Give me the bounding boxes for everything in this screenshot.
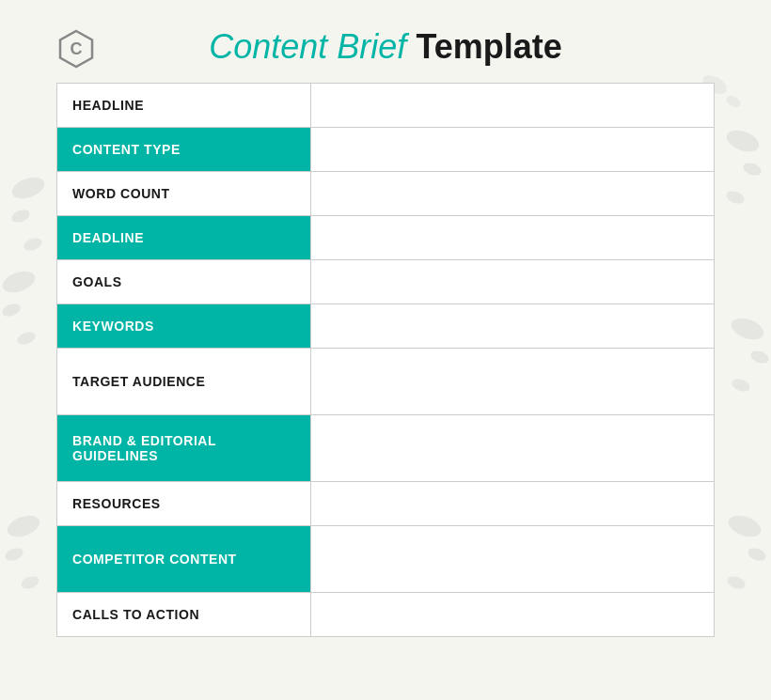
cell-value-3[interactable] xyxy=(311,216,714,259)
cell-value-2[interactable] xyxy=(311,172,714,215)
table-row: HEADLINE xyxy=(57,84,714,128)
cell-label-keywords: KEYWORDS xyxy=(57,304,311,348)
cell-label-resources: RESOURCES xyxy=(57,482,311,525)
cell-label-deadline: DEADLINE xyxy=(57,216,311,259)
table-row: KEYWORDS xyxy=(57,304,714,349)
table-row: WORD COUNT xyxy=(57,172,714,216)
page-title: Content Brief Template xyxy=(209,28,562,66)
table-row: CALLS TO ACTION xyxy=(57,593,714,636)
logo-icon: C xyxy=(56,29,96,69)
cell-label-goals: GOALS xyxy=(57,260,311,303)
table-row: GOALS xyxy=(57,260,714,304)
content-brief-table: HEADLINECONTENT TYPEWORD COUNTDEADLINEGO… xyxy=(56,83,715,637)
cell-label-calls-to-action: CALLS TO ACTION xyxy=(57,593,311,636)
cell-label-brand-editorial-guidelines: BRAND & EDITORIAL GUIDELINES xyxy=(57,415,311,481)
table-row: DEADLINE xyxy=(57,216,714,260)
cell-label-target-audience: TARGET AUDIENCE xyxy=(57,349,311,414)
logo-wrapper: C xyxy=(56,29,96,72)
cell-value-7[interactable] xyxy=(311,415,714,481)
table-row: COMPETITOR CONTENT xyxy=(57,526,714,593)
cell-label-word-count: WORD COUNT xyxy=(57,172,311,215)
table-row: RESOURCES xyxy=(57,482,714,526)
cell-label-headline: HEADLINE xyxy=(57,84,311,127)
cell-value-0[interactable] xyxy=(311,84,714,127)
cell-value-8[interactable] xyxy=(311,482,714,525)
table-row: BRAND & EDITORIAL GUIDELINES xyxy=(57,415,714,482)
table-row: CONTENT TYPE xyxy=(57,128,714,172)
cell-value-9[interactable] xyxy=(311,526,714,592)
svg-text:C: C xyxy=(71,39,83,58)
cell-label-content-type: CONTENT TYPE xyxy=(57,128,311,171)
cell-value-1[interactable] xyxy=(311,128,714,171)
cell-value-4[interactable] xyxy=(311,260,714,303)
table-row: TARGET AUDIENCE xyxy=(57,349,714,415)
cell-label-competitor-content: COMPETITOR CONTENT xyxy=(57,526,311,592)
cell-value-6[interactable] xyxy=(311,349,714,414)
cell-value-5[interactable] xyxy=(311,304,714,348)
page-header: C Content Brief Template xyxy=(56,19,715,83)
cell-value-10[interactable] xyxy=(311,593,714,636)
